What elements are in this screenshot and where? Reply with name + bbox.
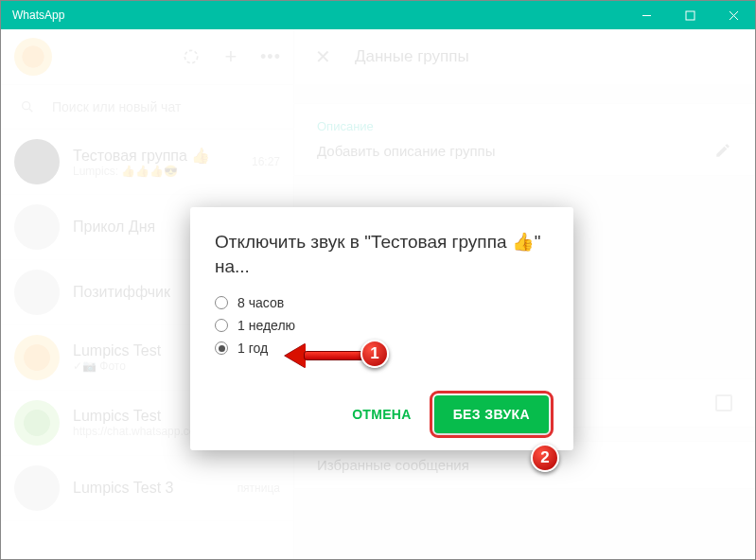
annotation-arrow xyxy=(285,343,370,368)
mute-option-8h[interactable]: 8 часов xyxy=(215,295,549,310)
dialog-title: Отключить звук в "Тестовая группа 👍" на.… xyxy=(215,230,549,278)
svg-rect-1 xyxy=(686,11,694,20)
cancel-button[interactable]: ОТМЕНА xyxy=(339,397,424,431)
radio-icon xyxy=(215,319,228,332)
option-label: 8 часов xyxy=(237,295,284,310)
confirm-mute-button[interactable]: БЕЗ ЗВУКА xyxy=(434,395,549,433)
titlebar: WhatsApp xyxy=(1,1,755,29)
mute-dialog: Отключить звук в "Тестовая группа 👍" на.… xyxy=(190,207,573,450)
window-controls xyxy=(624,1,755,29)
option-label: 1 год xyxy=(237,341,268,356)
option-label: 1 неделю xyxy=(237,318,295,333)
annotation-marker-2: 2 xyxy=(531,444,559,472)
radio-icon-selected xyxy=(215,341,228,355)
annotation-marker-1: 1 xyxy=(360,340,389,368)
minimize-button[interactable] xyxy=(624,1,668,29)
close-button[interactable] xyxy=(712,1,755,29)
radio-icon xyxy=(215,296,228,309)
dialog-actions: ОТМЕНА БЕЗ ЗВУКА xyxy=(215,395,549,433)
window-title: WhatsApp xyxy=(1,9,64,22)
maximize-button[interactable] xyxy=(668,1,712,29)
mute-option-1w[interactable]: 1 неделю xyxy=(215,318,549,333)
